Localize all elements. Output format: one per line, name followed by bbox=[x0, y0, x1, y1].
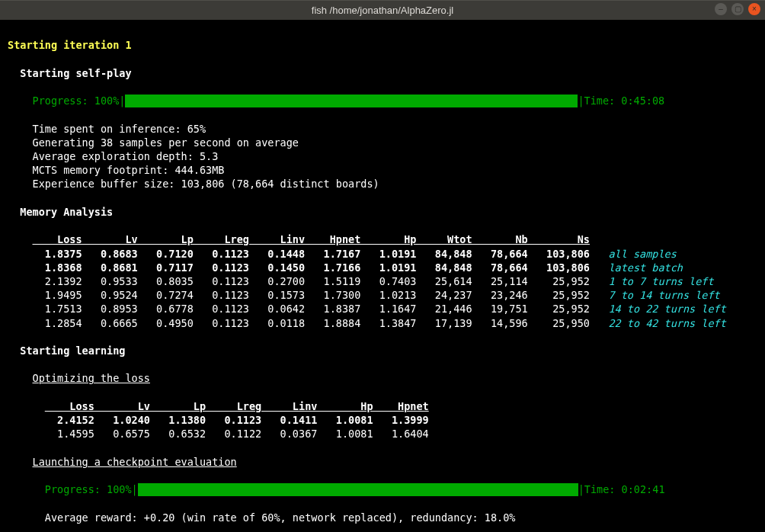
maximize-button[interactable]: ▢ bbox=[731, 3, 744, 15]
table-row: 1.4595 0.6575 0.6532 0.1122 0.0367 1.008… bbox=[8, 427, 757, 441]
window-controls: – ▢ × bbox=[715, 3, 760, 15]
progress-time: Time: 0:45:08 bbox=[584, 94, 665, 107]
iteration-header: Starting iteration 1 bbox=[8, 38, 757, 52]
memory-header: Memory Analysis bbox=[8, 205, 757, 219]
table-row: 1.8368 0.8681 0.7117 0.1123 0.1450 1.716… bbox=[8, 261, 757, 274]
row-label: 22 to 42 turns left bbox=[590, 317, 726, 329]
minimize-button[interactable]: – bbox=[715, 3, 727, 15]
table-row: 1.9495 0.9524 0.7274 0.1123 0.1573 1.730… bbox=[8, 288, 757, 302]
table-row: 2.1392 0.9533 0.8035 0.1123 0.2700 1.511… bbox=[8, 274, 757, 288]
stat-mcts: MCTS memory footprint: 444.63MB bbox=[8, 163, 757, 177]
table-row: 2.4152 1.0240 1.1380 0.1123 0.1411 1.008… bbox=[8, 413, 757, 427]
stat-inference: Time spent on inference: 65% bbox=[8, 122, 757, 136]
close-button[interactable]: × bbox=[748, 3, 760, 15]
window-title: fish /home/jonathan/AlphaZero.jl bbox=[312, 4, 453, 18]
progress-label: Progress: 100% bbox=[45, 482, 132, 496]
stat-buffer: Experience buffer size: 103,806 (78,664 … bbox=[8, 177, 757, 191]
row-label: latest batch bbox=[590, 261, 683, 274]
selfplay-header: Starting self-play bbox=[8, 66, 757, 80]
eval-reward: Average reward: +0.20 (win rate of 60%, … bbox=[8, 511, 757, 524]
progress-time: Time: 0:02:41 bbox=[584, 482, 665, 496]
window-title-bar: fish /home/jonathan/AlphaZero.jl – ▢ × bbox=[0, 0, 765, 20]
stat-depth: Average exploration depth: 5.3 bbox=[8, 149, 757, 163]
row-label: 7 to 14 turns left bbox=[590, 289, 720, 301]
selfplay-progress: Progress: 100%|| Time: 0:45:08 bbox=[8, 94, 757, 107]
progress-bar bbox=[125, 95, 578, 107]
table-row: 1.8375 0.8683 0.7120 0.1123 0.1448 1.716… bbox=[8, 247, 757, 261]
row-label: 14 to 22 turns left bbox=[590, 303, 726, 315]
terminal-output: Starting iteration 1 Starting self-play … bbox=[0, 20, 765, 532]
stat-samples: Generating 38 samples per second on aver… bbox=[8, 136, 757, 149]
eval-progress: Progress: 100%|| Time: 0:02:41 bbox=[8, 482, 757, 496]
row-label: 1 to 7 turns left bbox=[590, 275, 714, 287]
learning-table-header: Loss Lv Lp Lreg Linv Hp Hpnet bbox=[8, 399, 757, 413]
learning-table-body: 2.4152 1.0240 1.1380 0.1123 0.1411 1.008… bbox=[8, 413, 757, 441]
memory-table-header: Loss Lv Lp Lreg Linv Hpnet Hp Wtot Nb Ns bbox=[8, 232, 757, 246]
optimizing-header: Optimizing the loss bbox=[8, 371, 757, 385]
progress-label: Progress: 100% bbox=[33, 94, 120, 107]
progress-bar bbox=[138, 483, 578, 496]
table-row: 1.7513 0.8953 0.6778 0.1123 0.0642 1.838… bbox=[8, 302, 757, 316]
eval-header: Launching a checkpoint evaluation bbox=[8, 455, 757, 469]
memory-table-body: 1.8375 0.8683 0.7120 0.1123 0.1448 1.716… bbox=[8, 247, 757, 330]
row-label: all samples bbox=[590, 248, 677, 260]
table-row: 1.2854 0.6665 0.4950 0.1123 0.0118 1.888… bbox=[8, 316, 757, 330]
learning-header: Starting learning bbox=[8, 344, 757, 357]
